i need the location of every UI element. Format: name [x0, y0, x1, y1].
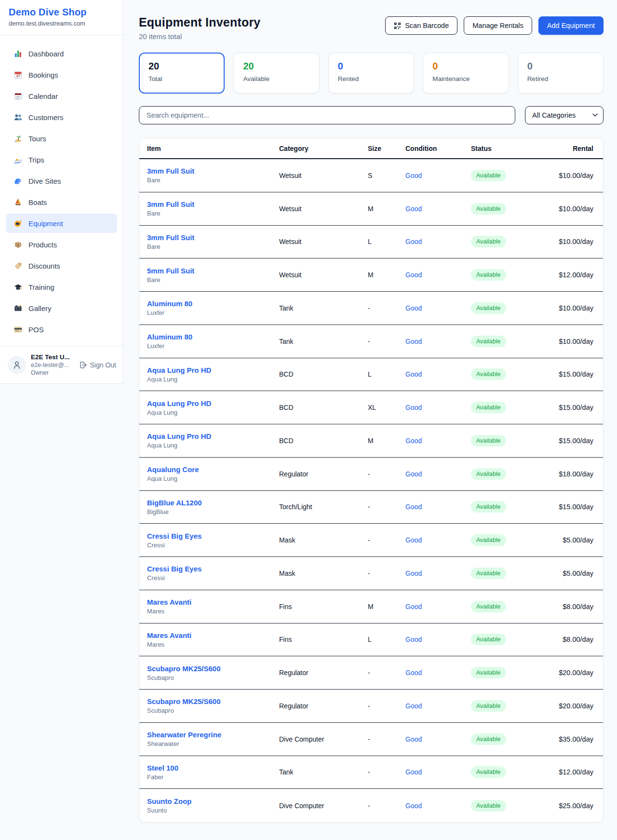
item-name-link[interactable]: Cressi Big Eyes — [147, 532, 279, 540]
sidebar-item-training[interactable]: Training — [6, 277, 117, 297]
item-name-link[interactable]: Aqua Lung Pro HD — [147, 366, 279, 374]
brand-title[interactable]: Demo Dive Shop — [9, 7, 114, 18]
condition-link[interactable]: Good — [405, 470, 422, 478]
condition-link[interactable]: Good — [405, 304, 422, 312]
user-email: e2e-tester@... — [31, 362, 75, 368]
category-select[interactable]: All Categories — [525, 106, 604, 124]
category-cell: Fins — [279, 603, 368, 610]
status-badge: Available — [471, 700, 506, 712]
item-brand: Bare — [147, 243, 279, 250]
item-name-link[interactable]: Suunto Zoop — [147, 797, 279, 805]
status-badge: Available — [471, 336, 506, 347]
scan-barcode-button[interactable]: Scan Barcode — [385, 16, 457, 35]
category-cell: Dive Computer — [279, 735, 368, 743]
table-row: Aluminum 80 Luxfer Tank - Good Available… — [139, 325, 603, 358]
equipment-table: Item Category Size Condition Status Rent… — [139, 138, 604, 823]
sidebar-item-trips[interactable]: Trips — [6, 150, 117, 169]
condition-link[interactable]: Good — [405, 205, 422, 213]
condition-link[interactable]: Good — [405, 603, 422, 610]
item-name-link[interactable]: Aluminum 80 — [147, 333, 279, 341]
item-name-link[interactable]: Mares Avanti — [147, 598, 279, 606]
item-name-link[interactable]: Aqua Lung Pro HD — [147, 399, 279, 407]
item-name-link[interactable]: 3mm Full Suit — [147, 167, 279, 175]
sidebar: Demo Dive Shop demo.test.divestreams.com… — [0, 0, 123, 384]
item-name-link[interactable]: Aluminum 80 — [147, 299, 279, 308]
item-brand: Luxfer — [147, 309, 279, 316]
rental-cell: $10.00/day — [559, 338, 593, 345]
condition-link[interactable]: Good — [405, 735, 422, 743]
category-cell: Dive Computer — [279, 802, 368, 810]
item-name-link[interactable]: Scubapro MK25/S600 — [147, 664, 279, 673]
item-name-link[interactable]: Aqualung Core — [147, 465, 279, 474]
condition-link[interactable]: Good — [405, 503, 422, 511]
sidebar-item-boats[interactable]: Boats — [6, 192, 117, 212]
item-name-link[interactable]: BigBlue AL1200 — [147, 499, 279, 507]
stat-card[interactable]: 0 Maintenance — [423, 53, 509, 94]
rental-cell: $25.00/day — [559, 802, 593, 810]
item-brand: Aqua Lung — [147, 409, 279, 416]
item-name-link[interactable]: Cressi Big Eyes — [147, 565, 279, 573]
manage-rentals-label: Manage Rentals — [472, 22, 523, 29]
status-badge: Available — [471, 269, 506, 281]
item-name-link[interactable]: Scubapro MK25/S600 — [147, 697, 279, 705]
sidebar-item-calendar[interactable]: Calendar — [6, 86, 117, 106]
table-row: Shearwater Peregrine Shearwater Dive Com… — [139, 723, 603, 756]
condition-link[interactable]: Good — [405, 569, 422, 577]
size-cell: L — [368, 370, 405, 378]
table-row: BigBlue AL1200 BigBlue Torch/Light - Goo… — [139, 491, 603, 524]
item-name-link[interactable]: 3mm Full Suit — [147, 200, 279, 208]
condition-link[interactable]: Good — [405, 404, 422, 411]
condition-link[interactable]: Good — [405, 768, 422, 776]
status-badge: Available — [471, 468, 506, 480]
item-name-link[interactable]: 5mm Full Suit — [147, 267, 279, 275]
search-input[interactable] — [139, 106, 515, 124]
item-name-link[interactable]: Mares Avanti — [147, 631, 279, 639]
rental-cell: $12.00/day — [559, 271, 593, 279]
condition-link[interactable]: Good — [405, 238, 422, 245]
manage-rentals-button[interactable]: Manage Rentals — [464, 16, 532, 35]
rental-cell: $15.00/day — [559, 404, 593, 411]
condition-link[interactable]: Good — [405, 338, 422, 345]
sidebar-item-bookings[interactable]: 17 Bookings — [6, 65, 117, 84]
sidebar-item-customers[interactable]: Customers — [6, 108, 117, 127]
table-row: 3mm Full Suit Bare Wetsuit M Good Availa… — [139, 192, 603, 226]
table-row: 3mm Full Suit Bare Wetsuit S Good Availa… — [139, 159, 603, 192]
condition-link[interactable]: Good — [405, 271, 422, 279]
col-header-status: Status — [471, 145, 543, 152]
condition-link[interactable]: Good — [405, 802, 422, 810]
stat-card[interactable]: 20 Available — [233, 53, 319, 94]
col-header-condition: Condition — [405, 145, 471, 152]
sidebar-item-dive-sites[interactable]: Dive Sites — [6, 171, 117, 190]
stat-card[interactable]: 0 Retired — [518, 53, 604, 94]
condition-link[interactable]: Good — [405, 669, 422, 677]
sign-out-button[interactable]: Sign Out — [80, 361, 116, 369]
sidebar-item-products[interactable]: Products — [6, 235, 117, 254]
stat-card[interactable]: 0 Rented — [328, 53, 414, 94]
condition-link[interactable]: Good — [405, 702, 422, 710]
category-cell: BCD — [279, 370, 368, 378]
item-name-link[interactable]: Shearwater Peregrine — [147, 731, 279, 739]
add-equipment-button[interactable]: Add Equipment — [538, 16, 604, 35]
sidebar-item-tours[interactable]: Tours — [6, 129, 117, 148]
condition-link[interactable]: Good — [405, 636, 422, 643]
condition-link[interactable]: Good — [405, 536, 422, 544]
item-name-link[interactable]: 3mm Full Suit — [147, 233, 279, 242]
sidebar-item-dashboard[interactable]: Dashboard — [6, 44, 117, 63]
table-row: Suunto Zoop Suunto Dive Computer - Good … — [139, 789, 603, 822]
sidebar-item-discounts[interactable]: Discounts — [6, 256, 117, 275]
sidebar-item-pos[interactable]: POS — [6, 320, 117, 339]
page-title: Equipment Inventory — [139, 14, 260, 30]
sidebar-item-equipment[interactable]: Equipment — [6, 214, 117, 233]
header-actions: Scan Barcode Manage Rentals Add Equipmen… — [385, 16, 604, 35]
stat-card[interactable]: 20 Total — [139, 53, 225, 94]
category-cell: Mask — [279, 536, 368, 544]
sidebar-item-gallery[interactable]: Gallery — [6, 298, 117, 318]
condition-link[interactable]: Good — [405, 172, 422, 179]
status-badge: Available — [471, 368, 506, 380]
item-name-link[interactable]: Steel 100 — [147, 764, 279, 772]
item-name-link[interactable]: Aqua Lung Pro HD — [147, 432, 279, 440]
status-badge: Available — [471, 170, 506, 181]
condition-link[interactable]: Good — [405, 370, 422, 378]
condition-link[interactable]: Good — [405, 437, 422, 445]
category-cell: Mask — [279, 569, 368, 577]
